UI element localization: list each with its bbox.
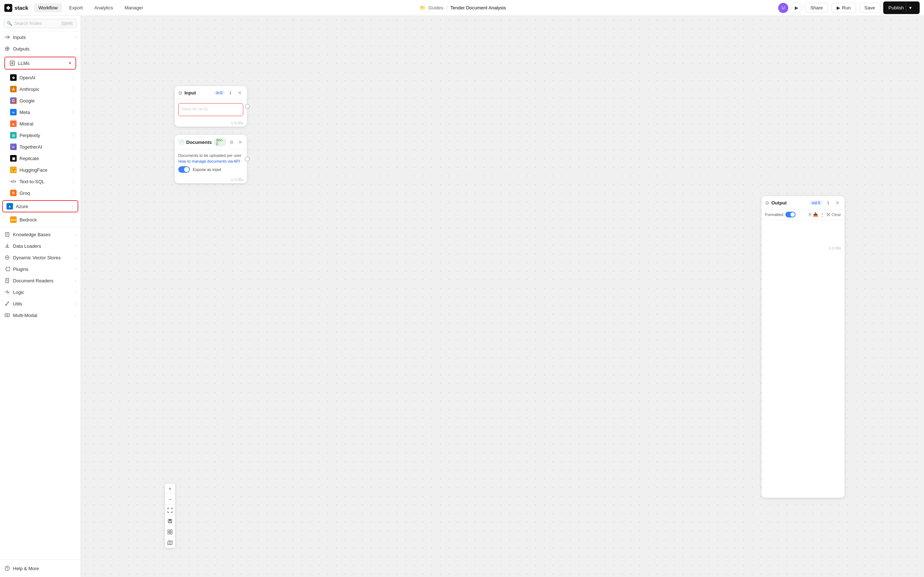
documents-node-settings-button[interactable]: ⚙ xyxy=(228,139,235,146)
save-view-button[interactable] xyxy=(165,516,175,526)
input-node[interactable]: ⊙ Input in-0 ℹ ✕ Value for (in-0) ⊙ 0.00… xyxy=(175,86,247,127)
input-node-connector[interactable] xyxy=(245,104,250,109)
output-node-close-button[interactable]: ✕ xyxy=(834,199,841,206)
output-node-footer: ⊙ 0.00s xyxy=(762,245,845,252)
sidebar-item-groq[interactable]: 9 Groq ⋮ xyxy=(0,187,81,199)
tab-analytics[interactable]: Analytics xyxy=(90,3,117,12)
google-label: Google xyxy=(19,98,68,103)
huggingface-menu-icon[interactable]: ⋮ xyxy=(71,167,76,173)
llms-section-header[interactable]: LLMs ▾ xyxy=(4,56,76,69)
sidebar-item-textsql[interactable]: </> Text-to-SQL ⋮ xyxy=(0,176,81,187)
sidebar-item-google[interactable]: G Google ⋮ xyxy=(0,95,81,106)
meta-menu-icon[interactable]: ⋮ xyxy=(71,109,76,115)
replicate-menu-icon[interactable]: ⋮ xyxy=(71,155,76,161)
zoom-in-button[interactable]: + xyxy=(165,484,175,494)
dynamic-vector-label: Dynamic Vector Stores xyxy=(13,255,72,260)
documents-node-connector[interactable] xyxy=(245,156,250,161)
input-node-body: Value for (in-0) xyxy=(175,100,247,120)
fit-view-button[interactable] xyxy=(165,505,175,515)
logic-arrow-icon: › xyxy=(75,290,76,294)
sidebar-item-togetherai[interactable]: ∞ TogetherAI ⋮ xyxy=(0,141,81,153)
sidebar-item-replicate[interactable]: ▣ Replicate ⋮ xyxy=(0,153,81,164)
sidebar-item-openai[interactable]: ⊕ OpenAI ⋮ xyxy=(0,72,81,83)
input-node-icon: ⊙ xyxy=(178,90,182,95)
documents-api-link[interactable]: How to manage documents via API xyxy=(178,159,243,163)
documents-toggle-label: Expose as input xyxy=(193,167,221,172)
sidebar-item-utils[interactable]: Utils › xyxy=(0,298,81,309)
google-menu-icon[interactable]: ⋮ xyxy=(71,98,76,103)
output-node-header: ⊙ Output out-0 ℹ ✕ xyxy=(762,196,845,210)
outputs-label: Outputs xyxy=(13,46,72,52)
play-icon-button[interactable]: ▶ xyxy=(791,3,802,13)
sidebar-item-perplexity[interactable]: ◎ Perplexity ⋮ xyxy=(0,129,81,141)
svg-rect-13 xyxy=(170,532,172,534)
output-node-info-button[interactable]: ℹ xyxy=(824,199,832,206)
publish-button[interactable]: Publish ▾ xyxy=(883,2,920,14)
save-button[interactable]: Save xyxy=(859,3,881,13)
sidebar-item-plugins[interactable]: Plugins › xyxy=(0,263,81,275)
multimodal-arrow-icon: › xyxy=(75,313,76,318)
map-button[interactable] xyxy=(165,538,175,548)
perplexity-menu-icon[interactable]: ⋮ xyxy=(71,132,76,138)
mistral-menu-icon[interactable]: ⋮ xyxy=(71,121,76,127)
svg-rect-9 xyxy=(169,521,171,522)
tab-workflow[interactable]: Workflow xyxy=(34,3,62,12)
documents-expose-toggle[interactable] xyxy=(178,166,190,173)
avatar[interactable]: U xyxy=(778,3,788,13)
output-formatted-toggle[interactable] xyxy=(785,212,795,218)
textsql-menu-icon[interactable]: ⋮ xyxy=(71,179,76,184)
share-button[interactable]: Share xyxy=(805,3,828,13)
sidebar-item-azure[interactable]: ▲ Azure ⋮ xyxy=(2,200,78,213)
sidebar-item-inputs[interactable]: Inputs › xyxy=(0,31,81,43)
anthropic-menu-icon[interactable]: ⋮ xyxy=(71,86,76,92)
sidebar-item-document-readers[interactable]: Document Readers › xyxy=(0,275,81,286)
run-button[interactable]: ▶ Run xyxy=(831,3,856,13)
svg-rect-8 xyxy=(169,519,171,521)
sidebar-item-huggingface[interactable]: 🤗 HuggingFace ⋮ xyxy=(0,164,81,176)
sidebar-item-meta[interactable]: ∞ Meta ⋮ xyxy=(0,106,81,118)
documents-node-footer: ⊙ 0.00s xyxy=(175,176,247,183)
groq-menu-icon[interactable]: ⋮ xyxy=(71,190,76,196)
publish-chevron-icon[interactable]: ▾ xyxy=(906,3,914,12)
sidebar-item-mistral[interactable]: ▲ Mistral ⋮ xyxy=(0,118,81,129)
sidebar-item-knowledge-bases[interactable]: Knowledge Bases › xyxy=(0,229,81,240)
output-copy-icon[interactable]: ⎘ xyxy=(809,212,811,217)
azure-logo: ▲ xyxy=(6,203,13,210)
output-textarea[interactable] xyxy=(764,223,842,241)
bedrock-menu-icon[interactable]: ⋮ xyxy=(71,217,76,222)
togetherai-logo: ∞ xyxy=(10,143,16,150)
sidebar-item-logic[interactable]: Logic › xyxy=(0,286,81,298)
sidebar-item-anthropic[interactable]: A Anthropic ⋮ xyxy=(0,83,81,95)
openai-menu-icon[interactable]: ⋮ xyxy=(71,75,76,81)
output-download-icon[interactable]: 📥 xyxy=(813,212,818,217)
sidebar-item-bedrock[interactable]: aws Bedrock ⋮ xyxy=(0,214,81,226)
input-node-field[interactable]: Value for (in-0) xyxy=(178,103,243,116)
input-node-timer: ⊙ 0.00s xyxy=(231,121,243,125)
data-loader-icon xyxy=(4,243,10,249)
input-node-info-button[interactable]: ℹ xyxy=(227,89,234,96)
output-clear-button[interactable]: Clear xyxy=(826,213,841,217)
output-node[interactable]: ⊙ Output out-0 ℹ ✕ Formatted ⎘ 📥 ⋮ Clear xyxy=(762,196,845,498)
sidebar-item-dynamic-vector-stores[interactable]: Dynamic Vector Stores › xyxy=(0,252,81,263)
input-node-close-button[interactable]: ✕ xyxy=(236,89,243,96)
breadcrumb-guides[interactable]: Guides xyxy=(428,5,443,10)
documents-node[interactable]: 📄 Documents doc-0 ⚙ ✕ Documents to be up… xyxy=(175,135,247,183)
grid-button[interactable] xyxy=(165,527,175,537)
azure-menu-icon[interactable]: ⋮ xyxy=(70,203,76,209)
zoom-out-button[interactable]: − xyxy=(165,495,175,504)
togetherai-menu-icon[interactable]: ⋮ xyxy=(71,144,76,150)
tab-manager[interactable]: Manager xyxy=(120,3,147,12)
sidebar-item-data-loaders[interactable]: Data Loaders › xyxy=(0,240,81,252)
sidebar-item-multimodal[interactable]: Multi-Modal › xyxy=(0,309,81,321)
llms-chevron-icon: ▾ xyxy=(69,61,71,66)
sidebar-item-help[interactable]: Help & More xyxy=(0,562,81,574)
tab-export[interactable]: Export xyxy=(65,3,87,12)
sidebar-item-outputs[interactable]: Outputs › xyxy=(0,43,81,55)
workflow-canvas[interactable]: ⊙ Input in-0 ℹ ✕ Value for (in-0) ⊙ 0.00… xyxy=(81,16,924,577)
input-placeholder: Value for (in-0) xyxy=(181,107,208,111)
output-more-icon[interactable]: ⋮ xyxy=(820,212,825,218)
huggingface-logo: 🤗 xyxy=(10,167,16,173)
documents-node-close-button[interactable]: ✕ xyxy=(237,139,243,146)
anthropic-label: Anthropic xyxy=(19,87,68,92)
search-nodes-input[interactable]: 🔍 Search Nodes Ctrl+K xyxy=(3,19,77,28)
